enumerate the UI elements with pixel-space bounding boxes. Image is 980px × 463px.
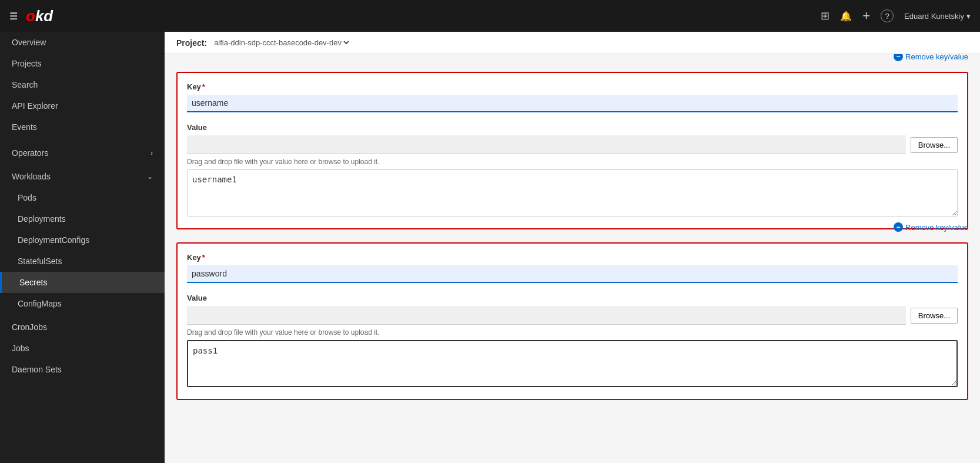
sidebar-item-secrets[interactable]: Secrets [0,272,165,293]
key-label-1: Key * [187,82,958,91]
browse-button-2[interactable]: Browse... [911,308,958,324]
grid-icon[interactable]: ⊞ [821,9,830,22]
remove-key-value-link-2[interactable]: − Remove key/value [894,222,968,232]
key-input-2[interactable] [187,265,958,283]
value-upload-row-1: Browse... [187,135,958,154]
drag-hint-1: Drag and drop file with your value here … [187,158,958,166]
user-menu[interactable]: Eduard Kunetskiy ▾ [904,12,971,21]
topnav-left: ☰ o kd [9,7,814,25]
topnav: ☰ o kd ⊞ 🔔 + ? Eduard Kunetskiy ▾ [0,0,980,32]
drag-hint-2: Drag and drop file with your value here … [187,328,958,337]
browse-button-1[interactable]: Browse... [911,137,958,153]
value-section-2: Value Browse... Drag and drop file with … [187,294,958,389]
sidebar-item-daemonsets[interactable]: Daemon Sets [0,359,165,380]
sidebar-item-configmaps[interactable]: ConfigMaps [0,293,165,314]
value-upload-row-2: Browse... [187,306,958,325]
sidebar-item-projects[interactable]: Projects [0,53,165,74]
kv-card-container-2: − Remove key/value Key * Value [176,239,968,400]
sidebar-item-overview[interactable]: Overview [0,32,165,53]
logo-o: o [26,7,35,25]
logo: o kd [26,7,53,25]
value-section-1: Value Browse... Drag and drop file with … [187,123,958,219]
kv-card-2: Key * Value Browse... [176,242,968,400]
remove-icon-2: − [894,222,903,232]
operators-chevron-icon: › [150,149,153,157]
key-input-1[interactable] [187,95,958,112]
user-chevron: ▾ [966,12,971,21]
sidebar-item-api-explorer[interactable]: API Explorer [0,95,165,116]
help-icon[interactable]: ? [881,9,894,22]
value-label-2: Value [187,294,958,302]
topnav-right: ⊞ 🔔 + ? Eduard Kunetskiy ▾ [821,8,971,24]
content-scroll: − Remove key/value Key * Value [165,54,980,463]
project-bar: Project: aifia-ddin-sdp-ccct-basecode-de… [165,32,980,54]
sidebar-item-events[interactable]: Events [0,116,165,138]
hamburger-menu-icon[interactable]: ☰ [9,11,18,22]
required-star-2: * [202,253,205,262]
required-star-1: * [202,82,205,91]
value-upload-input-2[interactable] [187,306,906,325]
content-area: Project: aifia-ddin-sdp-ccct-basecode-de… [165,32,980,463]
sidebar-item-statefulsets[interactable]: StatefulSets [0,251,165,272]
form-content: − Remove key/value Key * Value [165,59,980,419]
sidebar-item-operators[interactable]: Operators › [0,142,165,164]
kv-card-container-1: − Remove key/value Key * Value [176,68,968,229]
value-textarea-2[interactable]: pass1 [187,340,958,387]
project-select[interactable]: aifia-ddin-sdp-ccct-basecode-dev-dev [212,38,351,48]
value-label-1: Value [187,123,958,132]
workloads-chevron-icon: ⌄ [147,172,153,181]
value-upload-input-1[interactable] [187,135,906,154]
sidebar-item-deployments[interactable]: Deployments [0,208,165,229]
sidebar-item-jobs[interactable]: Jobs [0,338,165,359]
remove-icon-1: − [894,54,903,61]
sidebar-item-cronjobs[interactable]: CronJobs [0,317,165,338]
kv-card-1: Key * Value Browse... [176,72,968,229]
sidebar-item-deploymentconfigs[interactable]: DeploymentConfigs [0,229,165,251]
value-textarea-1[interactable]: username1 [187,169,958,216]
main-layout: Overview Projects Search API Explorer Ev… [0,32,980,463]
bell-icon[interactable]: 🔔 [840,11,852,22]
sidebar: Overview Projects Search API Explorer Ev… [0,32,165,463]
project-label: Project: [176,38,207,48]
logo-kd: kd [35,7,53,25]
remove-key-value-link-1[interactable]: − Remove key/value [894,54,968,61]
sidebar-item-pods[interactable]: Pods [0,187,165,208]
sidebar-item-search[interactable]: Search [0,74,165,95]
sidebar-item-workloads[interactable]: Workloads ⌄ [0,166,165,187]
key-label-2: Key * [187,253,958,262]
user-name: Eduard Kunetskiy [904,12,964,21]
add-icon[interactable]: + [862,8,870,24]
